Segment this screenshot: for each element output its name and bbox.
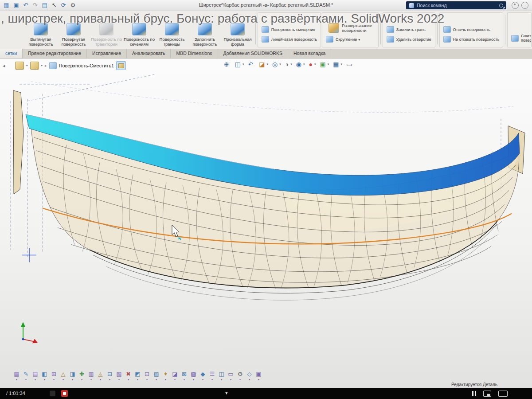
search-icon[interactable] [499,4,503,8]
custom-toolbar-icon[interactable]: ☰ [209,371,215,381]
tab-surfaces[interactable]: сетки [0,49,23,58]
offset-surface-button[interactable]: Поверхность смещения [262,26,317,33]
offset-group: Поверхность смещения линейчатая поверхно… [258,12,321,47]
swept-surface-button[interactable]: Поверхность по траектории [90,11,123,49]
boat-model-canvas[interactable] [0,59,532,388]
trim-tool-icon [443,36,451,43]
custom-toolbar-icon[interactable]: ◧ [41,371,48,381]
lofted-surface-button[interactable]: Поверхность по сечениям [123,11,156,49]
annotations-icon[interactable]: ◎ [272,60,278,68]
custom-toolbar-icon[interactable]: ✦ [162,371,169,381]
selected-feature-icon[interactable] [116,61,126,70]
custom-toolbar-icon[interactable]: ⊡ [144,371,150,381]
feature-name[interactable]: Поверхность-Сместить1 [59,63,114,68]
tab-direct-editing[interactable]: Прямое редактирование [23,49,87,58]
origin-marker [22,248,36,262]
miniplayer-icon[interactable] [483,391,491,397]
tab-new[interactable]: Новая вкладка [288,49,331,58]
boundary-surface-button[interactable]: Поверхность границы [156,11,188,49]
view-orientation-icon[interactable]: ▦ [333,60,339,68]
reference-triad [21,322,38,343]
appearance-icon[interactable]: ● [309,60,312,68]
custom-toolbar-icon[interactable]: ▭ [227,371,234,381]
custom-toolbar-icon[interactable]: ▦ [13,371,20,381]
custom-toolbar-icon[interactable]: ✚ [78,371,85,381]
search-placeholder: Поиск команд [417,3,497,8]
graphics-area[interactable]: ◂ ▾ ▾ ▸ Поверхность-Сместить1 ⊕ ◫▾ ↶ ◪▾ … [0,59,532,388]
monitor-icon[interactable]: ▭ [346,60,352,68]
zoom-fit-icon[interactable]: ⊕ [224,60,229,68]
part-icon[interactable] [15,62,24,70]
custom-toolbar-icon[interactable]: ◇ [246,371,253,381]
custom-toolbar-icon[interactable]: ✖ [125,371,132,381]
collapse-pane-icon[interactable]: ◂ [3,63,5,69]
custom-toolbar-icon[interactable]: ◪ [172,371,178,381]
hide-show-icon[interactable]: ◉ [296,60,301,68]
extruded-surface-button[interactable]: Вытянутая поверхность [24,11,57,49]
custom-toolbar-icon[interactable]: ▨ [153,371,160,381]
custom-toolbar-icon[interactable]: ◫ [218,371,225,381]
display-style-icon[interactable]: ◑ [285,60,289,68]
ribbon-separator [505,15,505,44]
freeform-button[interactable]: Произвольная форма [221,11,254,49]
custom-toolbar-icon[interactable]: ◩ [134,371,141,381]
custom-toolbar-icon[interactable]: ⊞ [51,371,57,381]
custom-toolbar-icon[interactable]: ⚙ [237,371,243,381]
account-icon[interactable] [512,2,519,9]
help-icon[interactable] [521,2,528,9]
delete-hole-button[interactable]: Удалить отверстие [387,36,431,43]
custom-toolbar-icon[interactable]: ◬ [97,371,104,381]
previous-view-icon[interactable]: ↶ [248,60,253,68]
custom-toolbar-icon[interactable]: ▩ [190,371,197,381]
face-group: Заменить грань Удалить отверстие [383,12,435,47]
command-manager-tabs: сетки Прямое редактирование Исправление … [0,49,532,59]
custom-toolbar-icon[interactable]: ⊠ [181,371,188,381]
chevron-down-icon[interactable]: ▾ [225,390,228,396]
stem-post [13,90,23,194]
custom-toolbar-icon[interactable]: ▤ [32,371,39,381]
surface-tool-icon [66,23,81,35]
zoom-area-icon[interactable]: ◫ [235,60,241,68]
surface-tool-icon [262,26,269,33]
fillet-button[interactable]: Скругление [326,36,375,43]
pause-icon[interactable] [472,391,476,396]
custom-toolbar-icon[interactable]: ▧ [116,371,122,381]
section-view-icon[interactable]: ◪ [259,60,265,68]
heads-up-toolbar: ⊕ ◫▾ ↶ ◪▾ ◎▾ ◑▾ ◉▾ ●▾ ▣▾ ▦▾ ▭ [224,60,354,68]
ribbon-separator [437,15,438,44]
ribbon-separator [255,15,256,44]
filled-surface-button[interactable]: Заполнить поверхность [188,11,221,49]
custom-toolbar-icon[interactable]: ⊟ [106,371,113,381]
feature-icon[interactable] [49,62,57,69]
tab-repair[interactable]: Исправление [87,49,127,58]
custom-toolbar-icon[interactable]: ◨ [69,371,76,381]
untrim-surface-button[interactable]: Не отсекать поверхность [443,36,500,43]
surface-tool-icon [99,23,113,35]
taskbar-icon [50,391,55,396]
tab-mbd-dimensions[interactable]: MBD Dimensions [171,49,218,58]
scene-icon[interactable]: ▣ [320,60,325,68]
custom-toolbar-icon[interactable]: ▥ [88,371,94,381]
tab-evaluate[interactable]: Анализировать [127,49,171,58]
custom-toolbar-icon[interactable]: ◆ [200,371,206,381]
custom-toolbar-icon[interactable]: △ [60,371,66,381]
theater-mode-icon[interactable] [498,391,508,397]
fillet-icon [326,36,333,43]
tab-solidworks-addins[interactable]: Добавления SOLIDWORKS [218,49,288,58]
trim-surface-button[interactable]: Отсечь поверхность [443,26,500,33]
ruled-surface-button[interactable]: линейчатая поверхность [262,36,317,43]
body-icon[interactable] [30,62,39,70]
flatten-surface-button[interactable]: Развертывание поверхности [326,23,375,33]
knit-surface-icon [511,35,519,42]
replace-face-button[interactable]: Заменить грань [387,26,431,33]
custom-toolbar-icon[interactable]: ▣ [255,371,262,381]
command-manager-ribbon: Вытянутая поверхность Повернутая поверхн… [0,11,532,49]
command-search-input[interactable]: Поиск команд [406,1,506,9]
trim-group: Отсечь поверхность Не отсекать поверхнос… [439,12,504,47]
surface-tool-icon [198,23,212,35]
chevron-right-icon: ▸ [45,63,47,68]
custom-toolbar-icon[interactable]: ✎ [23,371,29,381]
solidworks-window: ▦ ▣ ↶ ↷ ▤ ↖ ⟳ ⚙ Ширстрек^Карбас регатный… [0,0,532,399]
revolved-surface-button[interactable]: Повернутая поверхность [57,11,90,49]
knit-surface-button[interactable]: Сшить поверхность [511,34,528,43]
